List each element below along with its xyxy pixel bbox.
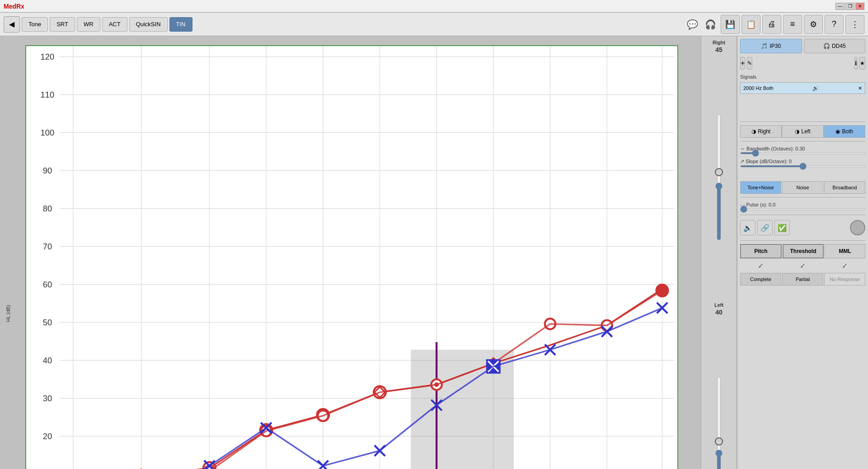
pitch-check: ✓ — [740, 260, 781, 271]
pulse-slider-row: - - Pulse (s): 0.0 — [740, 202, 865, 210]
help-button[interactable]: ? — [825, 15, 844, 34]
chat-button[interactable]: 💬 — [684, 16, 701, 33]
star-button[interactable]: ★ — [859, 57, 865, 70]
mml-check: ✓ — [824, 260, 865, 271]
left-ear-button[interactable]: ◑ Left — [782, 125, 823, 138]
insert-icon: 🎵 — [761, 43, 768, 49]
y-axis-label: HL (dB) — [5, 41, 12, 469]
back-button[interactable]: ◀ — [4, 16, 20, 33]
ear-button-group: ◑ Right ◑ Left ◉ Both — [740, 125, 865, 138]
svg-text:30: 30 — [43, 394, 52, 403]
chart-inner: 120 110 100 90 80 70 60 50 40 30 20 10 0… — [12, 41, 696, 469]
divider-5 — [740, 240, 865, 241]
chart-area: HL (dB) 120 110 100 90 80 70 60 — [0, 36, 701, 469]
tone-noise-button[interactable]: Tone+Noise — [740, 181, 781, 194]
left-volume-slider[interactable] — [714, 376, 724, 469]
right-ear-value: 45 — [715, 46, 723, 53]
add-signal-button[interactable]: + — [740, 57, 745, 70]
partial-button[interactable]: Partial — [782, 273, 823, 286]
right-volume-slider[interactable] — [714, 114, 724, 240]
accept-button[interactable]: ✅ — [774, 220, 790, 235]
signal-type-group: Tone+Noise Noise Broadband — [740, 181, 865, 194]
svg-text:70: 70 — [43, 242, 52, 251]
slope-slider[interactable] — [740, 165, 865, 167]
signals-label: Signals — [740, 74, 865, 80]
headphone-icon: 🎧 — [823, 43, 830, 49]
left-ear-icon: ◑ — [795, 128, 799, 135]
left-ear-value: 40 — [715, 309, 723, 316]
restore-button[interactable]: ❐ — [845, 3, 854, 10]
svg-text:100: 100 — [41, 128, 55, 137]
headphone-button[interactable]: 🎧 — [702, 16, 719, 33]
tab-tone[interactable]: Tone — [22, 17, 48, 32]
divider-1 — [740, 122, 865, 122]
main-section: HL (dB) 120 110 100 90 80 70 60 — [0, 36, 868, 469]
slope-slider-row: ↗ Slope (dB/Octave): 0 — [740, 159, 865, 167]
dd45-button[interactable]: 🎧 DD45 — [804, 39, 866, 53]
signal-speaker-icon: 🔊 — [812, 85, 819, 91]
noise-button[interactable]: Noise — [782, 181, 823, 194]
both-ears-button[interactable]: ◉ Both — [824, 125, 865, 138]
record-indicator — [850, 220, 865, 235]
signal-name: 2000 Hz Both — [743, 85, 774, 91]
pitch-button[interactable]: Pitch — [740, 244, 782, 258]
signal-delete-icon: ✕ — [858, 85, 862, 91]
audiogram[interactable]: 120 110 100 90 80 70 60 50 40 30 20 10 0… — [25, 45, 678, 469]
check-marks-row: ✓ ✓ ✓ — [740, 260, 865, 271]
menu-button[interactable]: ⋮ — [845, 15, 864, 34]
no-response-button[interactable]: No Response — [824, 273, 865, 286]
close-button[interactable]: ✕ — [855, 3, 864, 10]
edit-signal-button[interactable]: ✎ — [747, 57, 752, 70]
app-logo: MedRx — [4, 3, 24, 10]
sliders-column: Right 45 Left 40 ▲ 🔒 ▼ — [701, 36, 737, 469]
divider-3 — [740, 197, 865, 197]
complete-button[interactable]: Complete — [740, 273, 781, 286]
svg-text:40: 40 — [43, 356, 52, 365]
tab-wr[interactable]: WR — [77, 17, 100, 32]
tab-srt[interactable]: SRT — [50, 17, 75, 32]
toolbar: ◀ Tone SRT WR ACT QuickSIN TIN 💬 🎧 💾 📋 🖨… — [0, 13, 868, 36]
divider-2 — [740, 141, 865, 141]
threshold-button[interactable]: Threshold — [783, 244, 824, 258]
transducer-row: 🎵 IP30 🎧 DD45 — [740, 39, 865, 53]
threshold-check: ✓ — [782, 260, 823, 271]
list-button[interactable]: ≡ — [783, 15, 802, 34]
print-preview-button[interactable]: 📋 — [741, 15, 760, 34]
ip30-button[interactable]: 🎵 IP30 — [740, 39, 802, 53]
audiogram-svg: 120 110 100 90 80 70 60 50 40 30 20 10 0… — [26, 46, 677, 469]
tab-quicksin[interactable]: QuickSIN — [129, 17, 168, 32]
print-button[interactable]: 🖨 — [762, 15, 781, 34]
action-icons-row: 🔈 🔗 ✅ — [740, 220, 865, 235]
svg-text:120: 120 — [41, 52, 55, 61]
final-btn-group: Complete Partial No Response — [740, 273, 865, 286]
toolbar-right-icons: 💬 🎧 — [684, 16, 719, 33]
bottom-btn-group: Pitch Threshold MML — [740, 244, 865, 258]
tab-tin[interactable]: TIN — [169, 17, 192, 32]
right-panel: 🎵 IP30 🎧 DD45 + ✎ ℹ ★ Signals 2000 Hz Bo… — [737, 36, 868, 469]
divider-4 — [740, 215, 865, 215]
info-button[interactable]: ℹ — [854, 57, 858, 70]
bandwidth-slider[interactable] — [740, 152, 865, 154]
broadband-button[interactable]: Broadband — [824, 181, 865, 194]
chart-wrapper: HL (dB) 120 110 100 90 80 70 60 — [5, 41, 696, 469]
svg-text:80: 80 — [43, 204, 52, 213]
right-ear-button[interactable]: ◑ Right — [740, 125, 782, 138]
right-ear-icon: ◑ — [751, 128, 756, 135]
both-ears-icon: ◉ — [835, 128, 840, 135]
svg-text:60: 60 — [43, 280, 52, 289]
titlebar-left: MedRx — [4, 3, 24, 10]
settings-button[interactable]: ⚙ — [804, 15, 823, 34]
link-button[interactable]: 🔗 — [757, 220, 773, 235]
save-button[interactable]: 💾 — [721, 15, 740, 34]
pulse-slider[interactable] — [740, 208, 865, 210]
tab-act[interactable]: ACT — [102, 17, 127, 32]
svg-text:90: 90 — [43, 166, 52, 175]
mml-button[interactable]: MML — [825, 244, 865, 258]
svg-text:50: 50 — [43, 318, 52, 327]
minimize-button[interactable]: — — [835, 3, 845, 10]
icon-row: + ✎ ℹ ★ — [740, 57, 865, 70]
titlebar: MedRx — ❐ ✕ — [0, 0, 868, 13]
signal-item[interactable]: 2000 Hz Both 🔊 ✕ — [740, 82, 865, 94]
left-ear-label: Left — [714, 302, 723, 308]
play-sound-button[interactable]: 🔈 — [740, 220, 755, 235]
